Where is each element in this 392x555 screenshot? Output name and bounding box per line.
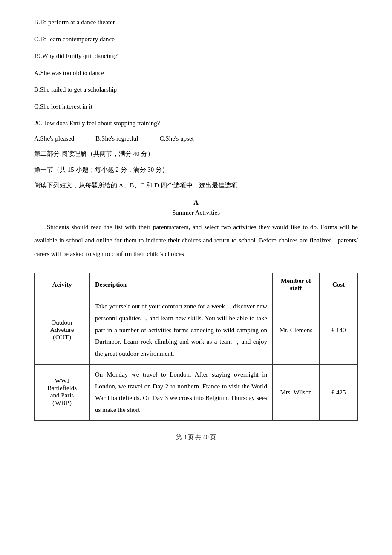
- option-20c-text: C.She's upset: [160, 135, 194, 142]
- th-description: Description: [90, 273, 273, 296]
- th-member-line1: Member of: [281, 277, 311, 284]
- question-19-text: 19.Why did Emily quit dancing?: [34, 52, 118, 59]
- page-footer: 第 3 页 共 40 页: [34, 434, 358, 441]
- option-c-dance: C.To learn contemporary dance: [34, 34, 358, 45]
- cost-cell-1: £ 140: [320, 296, 358, 365]
- option-20b-text: B.She's regretful: [95, 135, 138, 142]
- description-cell-1: Take yourself out of your comfort zone f…: [90, 296, 273, 365]
- content-area: B.To perform at a dance theater C.To lea…: [34, 17, 358, 441]
- activities-table-wrap: Acivity Description Member of staff Cost: [34, 273, 358, 421]
- activity-2-line3: （WBP）: [49, 400, 75, 406]
- th-activity-text: Acivity: [52, 281, 72, 288]
- option-19a-text: A.She was too old to dance: [34, 69, 104, 76]
- part2-header: 第二部分 阅读理解（共两节，满分 40 分）: [34, 148, 358, 160]
- question-20-options: A.She's pleased B.She's regretful C.She'…: [34, 135, 358, 142]
- option-19b-text: B.She failed to get a scholarship: [34, 86, 117, 93]
- activity-1-line3: （OUT）: [49, 334, 75, 341]
- member-cell-2: Mrs. Wilson: [273, 364, 320, 420]
- passage-title-text: Summer Activities: [172, 209, 220, 216]
- th-member-line2: staff: [290, 285, 302, 291]
- question-20-text: 20.How does Emily feel about stopping tr…: [34, 120, 160, 127]
- th-description-text: Description: [95, 281, 127, 288]
- instruction-text: 阅读下列短文，从每题所给的 A、B、C 和 D 四个选项中，选出最佳选项 .: [34, 180, 358, 191]
- option-19b: B.She failed to get a scholarship: [34, 84, 358, 95]
- th-cost-text: Cost: [332, 281, 345, 288]
- passage-para1-text: Students should read the list with their…: [34, 224, 358, 257]
- activity-cell-2: WWI Battlefields and Paris （WBP）: [35, 364, 90, 420]
- section1-header-text: 第一节（共 15 小题；每小题 2 分，满分 30 分）: [34, 166, 168, 173]
- cost-cell-2: £ 425: [320, 364, 358, 420]
- section1-header: 第一节（共 15 小题；每小题 2 分，满分 30 分）: [34, 164, 358, 175]
- activity-1-line1: Outdoor: [52, 319, 73, 326]
- member-1-text: Mr. Clemens: [280, 327, 313, 334]
- member-cell-1: Mr. Clemens: [273, 296, 320, 365]
- description-1-text: Take yourself out of your comfort zone f…: [95, 303, 267, 357]
- th-cost: Cost: [320, 273, 358, 296]
- option-b-dance-text: B.To perform at a dance theater: [34, 19, 115, 26]
- table-row: WWI Battlefields and Paris （WBP） On Mond…: [35, 364, 358, 420]
- question-20: 20.How does Emily feel about stopping tr…: [34, 118, 358, 129]
- description-2-text: On Monday we travel to London. After sta…: [95, 371, 267, 413]
- activity-2-line1: WWI Battlefields: [47, 377, 77, 391]
- instruction-content: 阅读下列短文，从每题所给的 A、B、C 和 D 四个选项中，选出最佳选项 .: [34, 182, 240, 189]
- activities-table: Acivity Description Member of staff Cost: [34, 273, 358, 421]
- th-activity: Acivity: [35, 273, 90, 296]
- option-19c-text: C.She lost interest in it: [34, 103, 92, 110]
- letter-a: A: [193, 199, 199, 206]
- passage-a-letter: A: [34, 199, 358, 207]
- option-c-dance-text: C.To learn contemporary dance: [34, 36, 115, 43]
- cost-2-text: £ 425: [331, 389, 346, 396]
- passage-para1: Students should read the list with their…: [34, 221, 358, 261]
- member-2-text: Mrs. Wilson: [280, 389, 311, 396]
- page-info-text: 第 3 页 共 40 页: [176, 434, 216, 440]
- activity-2-line2: and Paris: [50, 392, 74, 399]
- part2-header-text: 第二部分 阅读理解（共两节，满分 40 分）: [34, 150, 154, 157]
- activity-1-line2: Adveture: [50, 326, 74, 333]
- th-member-of-staff: Member of staff: [273, 273, 320, 296]
- option-b-dance: B.To perform at a dance theater: [34, 17, 358, 28]
- passage-a-title: Summer Activities: [34, 209, 358, 216]
- table-header-row: Acivity Description Member of staff Cost: [35, 273, 358, 296]
- description-cell-2: On Monday we travel to London. After sta…: [90, 364, 273, 420]
- option-19a: A.She was too old to dance: [34, 68, 358, 79]
- question-19: 19.Why did Emily quit dancing?: [34, 51, 358, 62]
- option-19c: C.She lost interest in it: [34, 101, 358, 112]
- activity-cell-1: Outdoor Adveture （OUT）: [35, 296, 90, 365]
- cost-1-text: £ 140: [331, 327, 346, 334]
- option-20a-text: A.She's pleased: [34, 135, 74, 142]
- table-row: Outdoor Adveture （OUT） Take yourself out…: [35, 296, 358, 365]
